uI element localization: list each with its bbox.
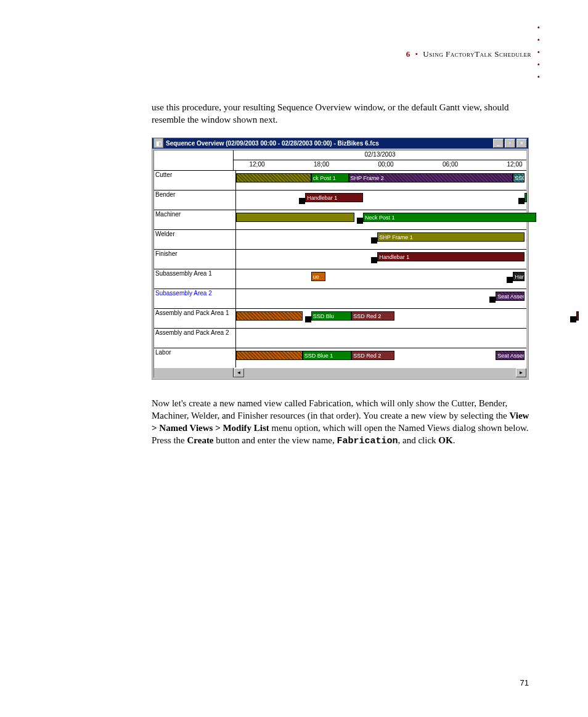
task-marker xyxy=(570,316,576,322)
gantt-track xyxy=(236,329,526,348)
timeline-tick: 00;00 xyxy=(378,161,393,168)
task-marker xyxy=(305,316,311,322)
page-header: 6 • Using FactoryTalk Scheduler xyxy=(152,49,531,59)
gantt-row: WelderSHP Frame 1 xyxy=(154,230,526,250)
gantt-bar[interactable] xyxy=(236,311,303,321)
gantt-row: Cutterck Post 1SHP Frame 2SSD Frame 1 xyxy=(154,171,526,191)
gantt-bar[interactable]: ck Post 1 xyxy=(311,173,349,182)
close-button[interactable]: × xyxy=(517,139,527,148)
gantt-bar[interactable]: Neck Post 1 xyxy=(363,213,536,222)
instructions-paragraph: Now let's create a new named view called… xyxy=(152,397,531,448)
gantt-track: Handlebar 1 xyxy=(236,250,526,269)
chapter-title: Using FactoryTalk Scheduler xyxy=(423,49,531,59)
gantt-bar[interactable]: Handlebar Assembly 2 xyxy=(513,272,525,281)
gantt-row: Subassembly Area 2Seat Assembly 2 xyxy=(154,289,526,309)
task-marker xyxy=(299,198,305,204)
gantt-bar[interactable]: Handlebar 1 xyxy=(377,252,525,261)
scroll-right-button[interactable]: ► xyxy=(516,368,526,377)
gantt-track: Seat Assembly 2 xyxy=(236,289,526,308)
gantt-track: Handlebar 1Neck Post 1 xyxy=(236,191,526,210)
resource-label: Assembly and Pack Area 2 xyxy=(154,329,236,348)
task-marker xyxy=(518,198,525,204)
task-marker xyxy=(371,237,377,244)
window-icon: ◧ xyxy=(153,138,163,148)
resource-label: Machiner xyxy=(154,210,236,229)
gantt-bar[interactable]: SSD Blue 1 xyxy=(303,351,352,360)
gantt-bar[interactable]: Seat Assembly 2 xyxy=(496,292,525,301)
gantt-track: SSD BluSSD Red 2SH xyxy=(236,309,526,328)
timeline-tick: 18;00 xyxy=(314,161,329,168)
resource-label: Subassembly Area 2 xyxy=(154,289,236,308)
resource-label: Assembly and Pack Area 1 xyxy=(154,309,236,328)
gantt-bar[interactable]: SHP Frame 2 xyxy=(349,173,513,182)
resource-label: Bender xyxy=(154,191,236,210)
window-titlebar[interactable]: ◧ Sequence Overview (02/09/2003 00:00 - … xyxy=(152,138,528,149)
resource-label: Labor xyxy=(154,348,236,367)
gantt-bar[interactable]: Handlebar 1 xyxy=(305,193,363,202)
gantt-track: Neck Post 1 xyxy=(236,210,526,229)
task-marker xyxy=(507,277,513,283)
resource-label: Subassembly Area 1 xyxy=(154,269,236,289)
resource-label: Finisher xyxy=(154,250,236,269)
gantt-bar[interactable]: ue xyxy=(311,272,325,281)
gantt-track: SSD Blue 1SSD Red 2Seat Assembly 2 xyxy=(236,348,526,367)
margin-bullets: ••••• xyxy=(537,22,540,83)
gantt-row: Subassembly Area 1ueHandlebar Assembly 2 xyxy=(154,269,526,289)
task-marker xyxy=(489,297,496,303)
page-number: 71 xyxy=(520,678,529,687)
gantt-row: BenderHandlebar 1Neck Post 1 xyxy=(154,191,526,210)
gantt-track: SHP Frame 1 xyxy=(236,230,526,249)
maximize-button[interactable]: ▫ xyxy=(505,139,515,148)
task-marker xyxy=(357,218,363,224)
horizontal-scrollbar[interactable]: ◄ ► xyxy=(154,367,526,377)
scroll-left-button[interactable]: ◄ xyxy=(234,368,244,377)
gantt-bar[interactable]: Neck Post 1 xyxy=(525,193,527,202)
gantt-row: FinisherHandlebar 1 xyxy=(154,250,526,269)
timeline-tick: 12;00 xyxy=(507,161,522,168)
gantt-bar[interactable]: SSD Red 2 xyxy=(351,311,394,321)
gantt-row: LaborSSD Blue 1SSD Red 2Seat Assembly 2 xyxy=(154,348,526,367)
gantt-bar[interactable]: SH xyxy=(576,311,579,321)
gantt-bar[interactable] xyxy=(236,173,311,182)
task-marker xyxy=(371,257,377,263)
gantt-bar[interactable]: SSD Blu xyxy=(311,311,352,321)
gantt-chart: 02/13/2003 12;0018;0000;0006;0012;00 Cut… xyxy=(153,150,527,378)
gantt-bar[interactable]: SSD Red 2 xyxy=(351,351,394,360)
gantt-track: ck Post 1SHP Frame 2SSD Frame 1 xyxy=(236,171,526,190)
gantt-bar[interactable]: Seat Assembly 2 xyxy=(496,351,525,360)
resource-label: Welder xyxy=(154,230,236,249)
sequence-overview-window: ◧ Sequence Overview (02/09/2003 00:00 - … xyxy=(152,137,529,380)
gantt-bar[interactable]: SHP Frame 1 xyxy=(377,232,525,242)
gantt-track: ueHandlebar Assembly 2 xyxy=(236,269,526,289)
timeline-tick: 12;00 xyxy=(249,161,264,168)
gantt-bar[interactable]: SSD Frame 1 xyxy=(513,173,525,182)
gantt-row: Assembly and Pack Area 2 xyxy=(154,329,526,348)
window-title: Sequence Overview (02/09/2003 00:00 - 02… xyxy=(166,140,379,147)
timeline-tick: 06;00 xyxy=(443,161,458,168)
chapter-number: 6 xyxy=(406,49,410,59)
timeline-date: 02/13/2003 xyxy=(364,151,395,158)
resource-label: Cutter xyxy=(154,171,236,190)
minimize-button[interactable]: _ xyxy=(493,139,504,148)
gantt-bar[interactable] xyxy=(236,213,354,222)
gantt-row: Assembly and Pack Area 1SSD BluSSD Red 2… xyxy=(154,309,526,329)
gantt-bar[interactable] xyxy=(236,351,303,360)
intro-paragraph: use this procedure, your resulting Seque… xyxy=(152,101,531,126)
gantt-row: MachinerNeck Post 1 xyxy=(154,210,526,230)
